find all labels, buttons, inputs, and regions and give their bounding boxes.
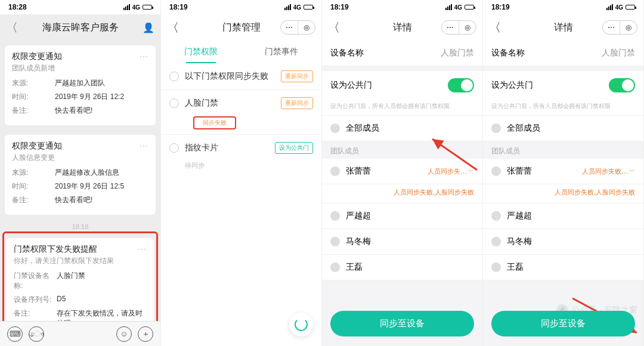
back-icon[interactable]: 〈 <box>167 20 179 36</box>
member-row[interactable]: 严越超 <box>322 203 482 229</box>
radio-icon[interactable] <box>169 143 179 153</box>
card-title: 门禁权限下发失败提醒 <box>14 244 97 255</box>
time-separator: 18:18 <box>0 223 160 230</box>
status-indicators: 4G <box>284 4 313 11</box>
more-icon[interactable]: ⋯ <box>442 21 459 34</box>
member-name: 马冬梅 <box>346 236 371 247</box>
radio-icon[interactable] <box>491 166 501 176</box>
member-name: 严越超 <box>507 211 532 221</box>
more-icon[interactable]: ⋯ <box>138 245 147 254</box>
close-icon[interactable]: ◎ <box>298 21 315 34</box>
value-time: 2019年 9月 26日 12:5 <box>55 181 148 191</box>
signal-icon <box>445 4 452 10</box>
more-icon[interactable]: ⋯ <box>140 52 148 61</box>
close-icon[interactable]: ◎ <box>459 21 476 34</box>
member-name: 王磊 <box>346 262 363 273</box>
close-icon[interactable]: ◎ <box>620 21 637 34</box>
row-set-public: 设为公共门 <box>322 71 482 100</box>
card-subtitle: 团队成员新增 <box>12 63 148 73</box>
more-icon[interactable]: ⋯ <box>281 21 298 34</box>
label-source: 来源: <box>12 78 55 88</box>
radio-icon[interactable] <box>330 166 340 176</box>
plus-icon[interactable]: ＋ <box>138 326 153 342</box>
section-team-members: 团队成员 <box>322 141 482 159</box>
member-row[interactable]: 严越超 <box>483 203 643 229</box>
status-indicators: 4G <box>606 4 635 11</box>
radio-icon[interactable] <box>330 211 340 221</box>
tab-permissions[interactable]: 门禁权限 <box>161 41 242 63</box>
permission-list: 以下门禁权限同步失败 重新同步 人脸门禁 重新同步 同步失败 指纹卡片 设为公共… <box>161 63 321 346</box>
sync-error-detail: 人员同步失败,人脸同步失败 <box>322 184 482 203</box>
status-indicators: 4G <box>445 4 474 11</box>
resync-button[interactable]: 重新同步 <box>281 70 313 82</box>
member-row[interactable]: 张蕾蕾 人员同步失败…﹀ <box>483 159 643 184</box>
row-all-members[interactable]: 全部成员 <box>322 116 482 141</box>
network-label: 4G <box>454 4 462 11</box>
network-label: 4G <box>293 4 301 11</box>
label-device: 设备名称 <box>330 48 364 58</box>
value-note: 快去看看吧! <box>55 195 148 205</box>
row-face-gate[interactable]: 人脸门禁 重新同步 <box>161 90 321 116</box>
label-time: 时间: <box>12 92 55 102</box>
sync-error-label[interactable]: 人员同步失败…﹀ <box>582 167 635 176</box>
member-row[interactable]: 王磊 <box>483 255 643 280</box>
more-icon[interactable]: ⋯ <box>603 21 620 34</box>
value-device: 人脸门禁 <box>57 271 147 291</box>
radio-icon[interactable] <box>491 262 501 272</box>
row-fingerprint-card[interactable]: 指纹卡片 设为公共门 <box>161 135 321 161</box>
emoji-icon[interactable]: ☺ <box>116 326 132 342</box>
refresh-button[interactable] <box>289 313 313 336</box>
battery-icon <box>143 5 152 10</box>
miniprogram-capsule: ⋯◎ <box>602 20 637 35</box>
status-bar: 18:19 4G <box>483 0 643 14</box>
row-label: 人脸门禁 <box>185 98 218 109</box>
back-icon[interactable]: 〈 <box>489 20 501 36</box>
chat-input-bar: ⌨ ෞ ☺ ＋ <box>0 321 160 346</box>
radio-icon[interactable] <box>330 262 340 272</box>
back-icon[interactable]: 〈 <box>328 20 340 36</box>
sync-to-device-button[interactable]: 同步至设备 <box>491 311 635 336</box>
card-title: 权限变更通知 <box>12 141 62 152</box>
label-time: 时间: <box>12 181 55 191</box>
screen-detail-a: 18:19 4G 〈 详情 ⋯◎ 设备名称 人脸门禁 设为公共门 设为公共门后，… <box>322 0 483 346</box>
public-toggle[interactable] <box>448 78 474 92</box>
public-toggle[interactable] <box>609 78 635 92</box>
member-name: 马冬梅 <box>507 236 532 247</box>
sync-to-device-button[interactable]: 同步至设备 <box>330 311 474 336</box>
sync-error-label[interactable]: 人员同步失…﹀ <box>428 167 474 176</box>
page-title: 海康云眸客户服务 <box>0 21 160 34</box>
profile-icon[interactable]: 👤 <box>143 22 154 33</box>
status-bar: 18:19 4G <box>322 0 482 14</box>
radio-icon[interactable] <box>169 98 179 108</box>
member-row[interactable]: 马冬梅 <box>322 229 482 255</box>
radio-icon[interactable] <box>491 211 501 221</box>
member-row[interactable]: 张蕾蕾 人员同步失…﹀ <box>322 159 482 184</box>
sync-error-detail: 人员同步失败,人脸同步失败 <box>483 184 643 203</box>
radio-icon[interactable] <box>330 237 340 246</box>
set-public-button[interactable]: 设为公共门 <box>275 142 313 154</box>
member-row[interactable]: 王磊 <box>322 255 482 280</box>
back-icon[interactable]: 〈 <box>6 20 18 36</box>
radio-icon[interactable] <box>491 237 501 246</box>
resync-button[interactable]: 重新同步 <box>281 97 313 109</box>
radio-icon[interactable] <box>330 123 340 133</box>
screen-detail-b: 18:19 4G 〈 详情 ⋯◎ 设备名称 人脸门禁 设为公共门 设为公共门后，… <box>483 0 644 346</box>
status-time: 18:19 <box>169 3 188 11</box>
radio-icon[interactable] <box>169 72 179 81</box>
label-source: 来源: <box>12 168 55 178</box>
notification-card[interactable]: 权限变更通知 ⋯ 人脸信息变更 来源:严越超修改人脸信息 时间:2019年 9月… <box>5 135 156 215</box>
tab-events[interactable]: 门禁事件 <box>242 41 322 63</box>
nav-header: 〈 海康云眸客户服务 👤 <box>0 14 160 41</box>
keyboard-icon[interactable]: ⌨ <box>7 326 23 342</box>
value-source: 严越超修改人脸信息 <box>55 168 148 178</box>
row-all-members[interactable]: 全部成员 <box>483 116 643 141</box>
notification-card[interactable]: 权限变更通知 ⋯ 团队成员新增 来源:严越超加入团队 时间:2019年 9月 2… <box>5 45 156 125</box>
member-row[interactable]: 马冬梅 <box>483 229 643 255</box>
voice-icon[interactable]: ෞ <box>29 326 44 342</box>
label-note: 备注: <box>12 106 55 116</box>
more-icon[interactable]: ⋯ <box>140 141 148 151</box>
label-device: 门禁设备名称: <box>14 271 57 291</box>
battery-icon <box>465 5 474 10</box>
chevron-down-icon: ﹀ <box>468 167 474 175</box>
radio-icon[interactable] <box>491 123 501 133</box>
